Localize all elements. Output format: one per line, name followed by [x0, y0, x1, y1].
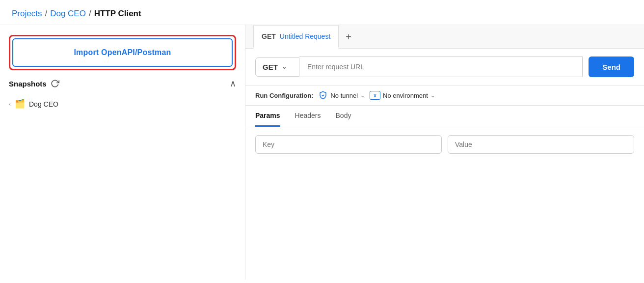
env-label: No environment: [383, 92, 428, 99]
env-icon: x: [370, 91, 380, 100]
snapshots-left: Snapshots: [9, 79, 59, 88]
run-config-label: Run Configuration:: [255, 92, 313, 99]
key-input[interactable]: [255, 135, 442, 154]
snapshots-header: Snapshots ∧: [9, 78, 236, 89]
breadcrumb-sep1: /: [45, 9, 47, 19]
shield-icon: [318, 90, 328, 100]
refresh-icon[interactable]: [51, 79, 59, 88]
tab-params[interactable]: Params: [255, 106, 280, 127]
main-layout: Import OpenAPI/Postman Snapshots ∧ ‹ 🗂️ …: [0, 25, 644, 280]
environment-option[interactable]: x No environment ⌄: [370, 91, 435, 100]
add-tab-button[interactable]: +: [339, 27, 358, 47]
tunnel-option[interactable]: No tunnel ⌄: [318, 90, 365, 100]
snapshot-item-label: Dog CEO: [29, 100, 58, 108]
request-tabs: GET Untitled Request +: [245, 25, 644, 49]
tunnel-label: No tunnel: [330, 92, 358, 99]
tab-headers[interactable]: Headers: [295, 106, 321, 127]
tunnel-chevron-icon: ⌄: [360, 92, 365, 99]
value-input[interactable]: [448, 135, 634, 154]
import-openapi-button[interactable]: Import OpenAPI/Postman: [12, 38, 233, 67]
method-label: GET: [263, 63, 278, 71]
breadcrumb-sep2: /: [89, 9, 91, 19]
chevron-up-icon[interactable]: ∧: [230, 78, 236, 89]
right-panel: GET Untitled Request + GET ⌄ Send Run Co…: [245, 25, 644, 280]
tab-method: GET: [262, 32, 276, 40]
params-table: [245, 127, 644, 162]
breadcrumb: Projects / Dog CEO / HTTP Client: [0, 0, 644, 25]
import-button-wrapper: Import OpenAPI/Postman: [9, 35, 236, 70]
env-chevron-icon: ⌄: [430, 92, 435, 99]
method-chevron-icon: ⌄: [282, 63, 287, 70]
tab-title: Untitled Request: [280, 32, 331, 40]
snapshot-folder-icon: 🗂️: [15, 99, 25, 109]
breadcrumb-projects[interactable]: Projects: [12, 9, 42, 19]
run-configuration: Run Configuration: No tunnel ⌄ x No envi…: [245, 85, 644, 106]
sidebar: Import OpenAPI/Postman Snapshots ∧ ‹ 🗂️ …: [0, 25, 245, 280]
active-request-tab[interactable]: GET Untitled Request: [253, 25, 339, 49]
snapshot-dog-ceo[interactable]: ‹ 🗂️ Dog CEO: [9, 97, 236, 111]
snapshots-title: Snapshots: [9, 80, 47, 88]
method-select[interactable]: GET ⌄: [255, 57, 299, 77]
snapshot-expand-arrow: ‹: [9, 101, 11, 108]
breadcrumb-current: HTTP Client: [94, 9, 141, 19]
tab-body[interactable]: Body: [336, 106, 351, 127]
sub-tabs: Params Headers Body: [245, 106, 644, 127]
url-bar: GET ⌄ Send: [245, 49, 644, 85]
send-button[interactable]: Send: [589, 57, 634, 77]
breadcrumb-project[interactable]: Dog CEO: [50, 9, 86, 19]
url-input[interactable]: [299, 57, 583, 77]
